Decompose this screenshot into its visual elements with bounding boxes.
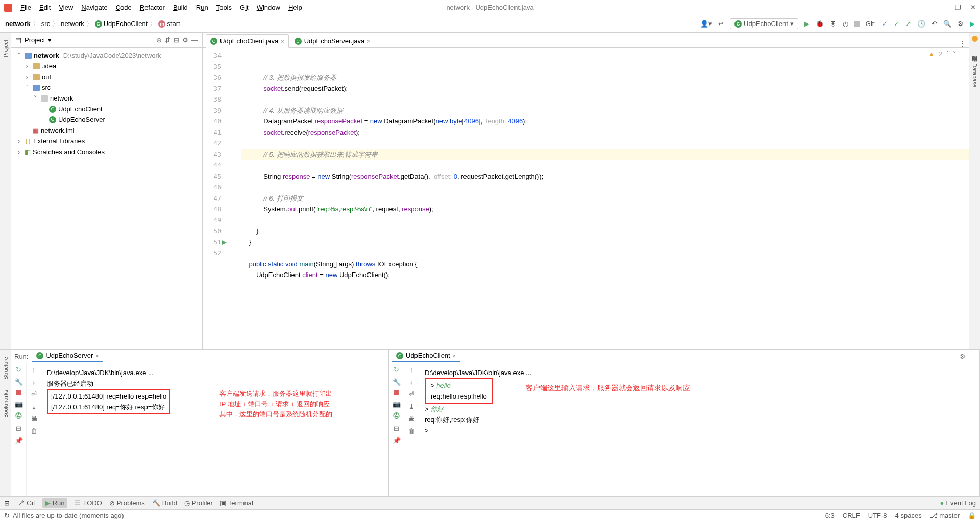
rerun-icon[interactable]: ↻ xyxy=(16,366,21,374)
clear-icon[interactable]: 🗑 xyxy=(408,427,415,435)
minimize-button[interactable]: — xyxy=(939,4,946,11)
breadcrumb-item[interactable]: src xyxy=(41,20,50,28)
editor-tab[interactable]: CUdpEchoServer.java× xyxy=(290,34,375,47)
git-pull-button[interactable]: ✓ xyxy=(882,20,888,28)
tabs-menu-icon[interactable]: ⋮ xyxy=(959,40,966,47)
tools-icon[interactable]: 🔧 xyxy=(393,378,401,386)
inspections-widget[interactable]: ▲2 ˆ˅ xyxy=(928,50,957,58)
file-encoding[interactable]: UTF-8 xyxy=(868,512,887,519)
tool-windows-icon[interactable]: ⊞ xyxy=(4,499,10,507)
notifications-icon[interactable] xyxy=(972,36,978,42)
print-icon[interactable]: 🖶 xyxy=(408,415,415,423)
close-tab-icon[interactable]: × xyxy=(281,38,284,44)
menu-edit[interactable]: Edit xyxy=(36,3,54,12)
select-opened-file-icon[interactable]: ⊕ xyxy=(156,36,162,44)
gear-icon[interactable]: ⚙ xyxy=(182,36,188,44)
search-button[interactable]: 🔍 xyxy=(943,20,951,28)
git-tab[interactable]: ⎇ Git xyxy=(17,499,35,507)
expand-all-icon[interactable]: ⇵ xyxy=(165,36,170,44)
bookmarks-tab[interactable]: Bookmarks xyxy=(2,385,10,423)
wrap-icon[interactable]: ⏎ xyxy=(409,390,414,398)
rerun-icon[interactable]: ↻ xyxy=(394,366,399,374)
server-console[interactable]: D:\develop\Java\JDK\bin\java.exe ... 服务器… xyxy=(41,363,388,496)
project-view-label[interactable]: Project xyxy=(24,36,45,44)
git-commit-button[interactable]: ✓ xyxy=(894,20,899,28)
code-with-me-button[interactable]: ▶ xyxy=(970,20,975,28)
build-tab[interactable]: 🔨 Build xyxy=(152,499,177,507)
stop-icon[interactable] xyxy=(16,390,21,395)
menu-view[interactable]: View xyxy=(56,3,76,12)
wrap-icon[interactable]: ⏎ xyxy=(31,390,37,398)
git-push-button[interactable]: ↗ xyxy=(905,20,911,28)
down-icon[interactable]: ↓ xyxy=(410,378,413,386)
tree-folder[interactable]: out xyxy=(42,72,51,82)
stop-button[interactable] xyxy=(854,21,860,27)
client-console[interactable]: D:\develop\Java\JDK\bin\java.exe ... > h… xyxy=(419,363,979,496)
menu-git[interactable]: Git xyxy=(237,3,252,12)
tree-folder[interactable]: src xyxy=(42,83,51,92)
indent-info[interactable]: 4 spaces xyxy=(895,512,922,519)
project-tree[interactable]: ˅networkD:\study\JavaCode\2023\network ›… xyxy=(11,48,202,349)
lock-icon[interactable]: 🔒 xyxy=(968,512,976,519)
clear-icon[interactable]: 🗑 xyxy=(31,427,37,435)
menu-build[interactable]: Build xyxy=(170,3,191,12)
scroll-icon[interactable]: ⤓ xyxy=(31,403,37,410)
debug-button[interactable]: 🐞 xyxy=(816,20,824,28)
codeglance-tab[interactable]: 代码小地图 xyxy=(970,45,979,57)
line-separator[interactable]: CRLF xyxy=(843,512,860,519)
tree-file[interactable]: UdpEchoServer xyxy=(58,115,105,125)
caret-position[interactable]: 6:3 xyxy=(825,512,835,519)
menu-tools[interactable]: Tools xyxy=(213,3,235,12)
git-revert-button[interactable]: ↶ xyxy=(932,20,937,28)
menu-refactor[interactable]: Refactor xyxy=(137,3,168,12)
coverage-button[interactable]: ⛨ xyxy=(830,20,837,28)
breadcrumb-item[interactable]: CUdpEchoClient xyxy=(95,20,148,28)
profiler-tab[interactable]: ◷ Profiler xyxy=(184,499,213,507)
tree-external-libs[interactable]: External Libraries xyxy=(33,136,85,146)
hide-panel-icon[interactable]: — xyxy=(191,36,198,44)
scroll-icon[interactable]: ⤓ xyxy=(409,403,414,410)
layout-icon[interactable]: ⊟ xyxy=(394,425,399,432)
layout-icon[interactable]: ⊟ xyxy=(16,425,21,432)
terminal-tab[interactable]: ▣ Terminal xyxy=(220,499,253,507)
tree-root[interactable]: network xyxy=(34,51,59,60)
tree-file[interactable]: network.iml xyxy=(41,126,75,135)
hide-icon[interactable]: — xyxy=(969,353,975,360)
run-tab-server[interactable]: CUdpEchoServer× xyxy=(32,350,103,362)
maximize-button[interactable]: ❐ xyxy=(955,4,961,11)
run-config-select[interactable]: C UdpEchoClient ▾ xyxy=(730,18,798,29)
status-icon[interactable]: ↻ xyxy=(4,512,10,519)
exit-icon[interactable]: ⓸ xyxy=(393,412,400,420)
menu-code[interactable]: Code xyxy=(113,3,135,12)
close-button[interactable]: ✕ xyxy=(970,4,976,11)
breadcrumb-item[interactable]: network xyxy=(61,20,84,28)
event-log-tab[interactable]: ● Event Log xyxy=(940,499,976,507)
breadcrumb-item[interactable]: network xyxy=(5,20,31,28)
back-button[interactable]: ↩ xyxy=(718,20,724,28)
menu-window[interactable]: Window xyxy=(254,3,283,12)
editor-tab[interactable]: CUdpEchoClient.java× xyxy=(206,34,289,48)
structure-tab[interactable]: Structure xyxy=(2,352,10,385)
menu-file[interactable]: File xyxy=(17,3,34,12)
tree-folder[interactable]: .idea xyxy=(42,61,56,71)
breadcrumb-item[interactable]: mstart xyxy=(158,20,180,28)
camera-icon[interactable]: 📷 xyxy=(15,400,23,408)
pin-icon[interactable]: 📌 xyxy=(15,437,23,444)
user-icon[interactable]: 👤▾ xyxy=(700,20,712,28)
up-icon[interactable]: ↑ xyxy=(32,366,36,374)
tree-scratches[interactable]: Scratches and Consoles xyxy=(33,147,105,157)
profile-button[interactable]: ◷ xyxy=(843,20,848,28)
gear-icon[interactable]: ⚙ xyxy=(960,353,966,360)
tree-file[interactable]: UdpEchoClient xyxy=(58,104,103,114)
tools-icon[interactable]: 🔧 xyxy=(15,378,23,386)
project-view-icon[interactable]: ▤ xyxy=(15,36,21,44)
menu-run[interactable]: Run xyxy=(193,3,211,12)
pin-icon[interactable]: 📌 xyxy=(393,437,401,444)
down-icon[interactable]: ↓ xyxy=(32,378,36,386)
git-branch[interactable]: ⎇ master xyxy=(930,512,960,519)
menu-navigate[interactable]: Navigate xyxy=(78,3,110,12)
up-icon[interactable]: ↑ xyxy=(410,366,413,374)
print-icon[interactable]: 🖶 xyxy=(31,415,37,423)
camera-icon[interactable]: 📷 xyxy=(393,400,401,408)
problems-tab[interactable]: ⊘ Problems xyxy=(109,499,145,507)
